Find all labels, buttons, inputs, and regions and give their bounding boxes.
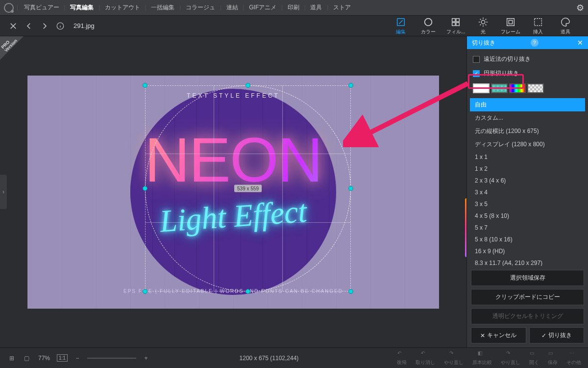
editor-tab-sun[interactable]: 光 <box>469 17 497 35</box>
aspect-ratio-option[interactable]: 5 x 7 <box>470 222 585 234</box>
crop-handle[interactable] <box>143 83 147 88</box>
svg-rect-6 <box>456 22 459 25</box>
editor-tab-edit[interactable]: 編集 <box>387 17 415 35</box>
editor-tab-palette[interactable]: 道具 <box>552 17 579 35</box>
editor-tab-grid[interactable]: フィル... <box>442 17 469 35</box>
option-circle-crop[interactable]: 円形切り抜き <box>467 66 588 80</box>
cancel-button[interactable]: ✕ キャンセル <box>471 327 526 343</box>
editor-tab-frame[interactable]: フレーム <box>497 17 524 35</box>
menu-item[interactable]: 写真編集 <box>65 1 98 14</box>
svg-rect-8 <box>507 18 514 26</box>
close-panel-icon[interactable]: ✕ <box>577 39 583 47</box>
swatch-pattern[interactable] <box>491 83 508 93</box>
zoom-out-icon[interactable]: − <box>73 353 82 363</box>
grid-toggle-icon[interactable]: ⊞ <box>7 353 17 363</box>
image-canvas[interactable]: TEXT STYLE EFFECT NEON Light Effect EPS … <box>27 76 439 309</box>
zoom-1to1-button[interactable]: 1:1 <box>57 354 68 362</box>
menu-separator: | <box>17 5 18 10</box>
crop-size-label: 539 x 559 <box>234 184 262 192</box>
history-action[interactable]: ↷やり直し <box>501 350 520 366</box>
history-action[interactable]: ▭開く <box>529 350 539 366</box>
menu-item[interactable]: 写真ビュアー <box>19 1 64 14</box>
aspect-ratio-option[interactable]: 4 x 5 (8 x 10) <box>470 210 585 222</box>
top-menubar: | 写真ビュアー|写真編集|カットアウト|一括編集|コラージュ|連結|GIFアニ… <box>0 0 588 16</box>
history-action[interactable]: ◧原本比較 <box>472 350 492 366</box>
save-selection-button[interactable]: 選択領域保存 <box>471 270 584 286</box>
apply-crop-button[interactable]: ✓ 切り抜き <box>529 327 585 343</box>
svg-rect-3 <box>452 18 455 21</box>
menu-item[interactable]: 印刷 <box>283 1 304 14</box>
aspect-ratio-option[interactable]: 自由 <box>470 98 585 111</box>
aspect-ratio-option[interactable]: カスタム... <box>470 111 585 125</box>
grid-icon <box>450 17 461 27</box>
menu-item[interactable]: GIFアニメ <box>244 1 281 14</box>
crop-handle[interactable] <box>245 289 250 294</box>
aspect-ratio-option[interactable]: 8.3 x 11.7 (A4, 210 x 297) <box>470 257 585 266</box>
panel-header: 切り抜き ? ✕ <box>467 36 588 49</box>
svg-rect-10 <box>535 18 542 26</box>
aspect-ratio-list: 自由カスタム...元の縦横比 (1200 x 675)ディスプレイ (1280 … <box>470 98 585 266</box>
zoom-label[interactable]: 77% <box>36 355 52 362</box>
aspect-ratio-option[interactable]: 5 x 8 (10 x 16) <box>470 234 585 245</box>
zoom-slider[interactable] <box>87 358 136 359</box>
trim-transparent-button: 透明ピクセルをトリミング <box>471 308 584 324</box>
circle-icon <box>423 17 434 27</box>
menu-item[interactable]: 連結 <box>221 1 243 14</box>
crop-selection[interactable]: 539 x 559 <box>145 85 351 291</box>
settings-gear-icon[interactable]: ⚙ <box>576 2 584 13</box>
file-toolbar: 291.jpg 編集カラーフィル...光フレーム挿入道具 <box>0 16 588 36</box>
nav-back-icon[interactable] <box>24 22 33 30</box>
aspect-ratio-option[interactable]: 3 x 5 <box>470 198 585 210</box>
expand-left-tab[interactable]: › <box>0 175 7 209</box>
menu-item[interactable]: ストア <box>328 1 356 14</box>
close-icon[interactable] <box>9 22 18 30</box>
edit-icon <box>395 17 406 27</box>
background-swatches <box>467 80 588 96</box>
pro-badge: PRO Version <box>0 36 24 60</box>
canvas-viewport[interactable]: PRO Version › TEXT STYLE EFFECT NEON Lig… <box>0 36 466 347</box>
aspect-ratio-option[interactable]: 3 x 4 <box>470 186 585 198</box>
aspect-ratio-option[interactable]: 元の縦横比 (1200 x 675) <box>470 125 585 138</box>
nav-forward-icon[interactable] <box>40 22 49 30</box>
history-action[interactable]: ▭保存 <box>548 350 558 366</box>
crop-handle[interactable] <box>245 83 250 88</box>
info-icon[interactable] <box>56 22 65 30</box>
aspect-ratio-option[interactable]: 1 x 2 <box>470 163 585 175</box>
crop-handle[interactable] <box>348 289 353 294</box>
palette-icon <box>560 17 571 27</box>
aspect-ratio-option[interactable]: 1 x 1 <box>470 151 585 163</box>
history-action[interactable]: ↷やり直し <box>444 350 464 366</box>
crop-handle[interactable] <box>348 83 353 88</box>
history-action[interactable]: ↶取り消し <box>416 350 435 366</box>
svg-rect-5 <box>452 22 455 25</box>
sun-icon <box>478 17 489 27</box>
menu-item[interactable]: 一括編集 <box>146 1 179 14</box>
help-icon[interactable]: ? <box>531 39 539 47</box>
crop-handle[interactable] <box>143 289 147 294</box>
history-action[interactable]: ⋯その他 <box>566 350 581 366</box>
menu-item[interactable]: 道具 <box>305 1 327 14</box>
frame-icon <box>505 17 516 27</box>
editor-tab-circle[interactable]: カラー <box>415 17 442 35</box>
aspect-ratio-option[interactable]: ディスプレイ (1280 x 800) <box>470 138 585 151</box>
swatch-transparent[interactable] <box>527 83 544 93</box>
crop-handle[interactable] <box>348 186 353 191</box>
aspect-ratio-option[interactable]: 16 x 9 (HD) <box>470 245 585 257</box>
crop-handle[interactable] <box>143 186 147 191</box>
editor-tab-insert[interactable]: 挿入 <box>524 17 552 35</box>
aspect-ratio-option[interactable]: 2 x 3 (4 x 6) <box>470 175 585 186</box>
swatch-rainbow[interactable] <box>509 83 526 93</box>
status-bar: ⊞ ▢ 77% 1:1 − + 1200 x 675 (1102,244) ↶復… <box>0 347 588 368</box>
menu-item[interactable]: コラージュ <box>181 1 220 14</box>
menu-item[interactable]: カットアウト <box>100 1 145 14</box>
panel-title: 切り抜き <box>472 39 495 47</box>
crop-side-panel: 切り抜き ? ✕ 遠近法の切り抜き 円形切り抜き 自由カスタム...元の縦横比 … <box>466 36 588 347</box>
history-action[interactable]: ↶復帰 <box>397 350 407 366</box>
swatch-white[interactable] <box>473 83 490 93</box>
zoom-in-icon[interactable]: + <box>141 353 151 363</box>
bg-toggle-icon[interactable]: ▢ <box>22 353 31 363</box>
copy-clipboard-button[interactable]: クリップボードにコピー <box>471 289 584 305</box>
insert-icon <box>533 17 543 27</box>
svg-rect-4 <box>456 18 459 21</box>
option-perspective-crop[interactable]: 遠近法の切り抜き <box>467 52 588 66</box>
